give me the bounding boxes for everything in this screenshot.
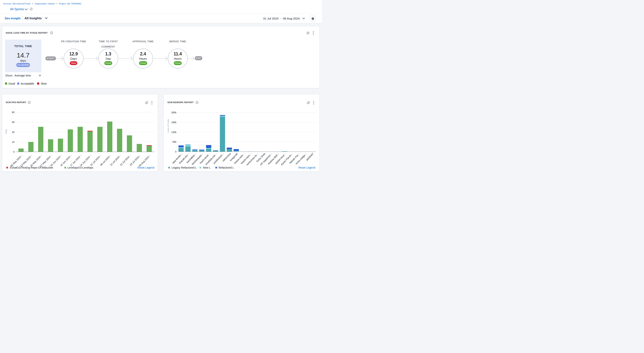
svg-text:Karan Panch···: Karan Panch···	[280, 152, 294, 166]
svg-text:OP (oppenhe···: OP (oppenhe···	[259, 152, 273, 166]
svg-text:nmahida-har···: nmahida-har···	[205, 152, 218, 166]
svg-text:130k: 130k	[171, 131, 177, 134]
svg-text:PRs: PRs	[5, 129, 8, 134]
svg-text:60: 60	[12, 111, 14, 114]
svg-text:45: 45	[12, 121, 14, 124]
svg-text:Lines of Code: Lines of Code	[167, 119, 170, 133]
svg-text:260k: 260k	[171, 111, 177, 114]
svg-text:30: 30	[12, 131, 14, 134]
svg-text:15: 15	[12, 141, 14, 144]
svg-text:0: 0	[13, 150, 14, 153]
svg-text:0: 0	[175, 150, 176, 153]
svg-text:195k: 195k	[171, 121, 177, 124]
svg-text:nonhuman-le···: nonhuman-le···	[246, 152, 259, 166]
svg-text:65k: 65k	[172, 140, 177, 143]
